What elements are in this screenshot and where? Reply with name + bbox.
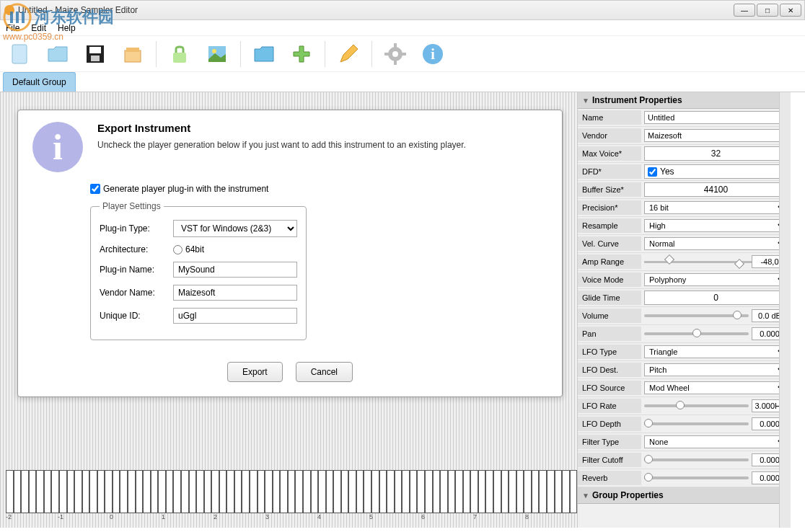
piano-key[interactable] bbox=[356, 470, 364, 513]
piano-key[interactable] bbox=[136, 470, 144, 513]
picture-icon[interactable] bbox=[203, 40, 232, 68]
piano-key[interactable] bbox=[14, 470, 22, 513]
lforate-slider[interactable] bbox=[644, 404, 749, 407]
resample-select[interactable]: High bbox=[644, 219, 788, 232]
piano-key[interactable] bbox=[478, 470, 486, 513]
lfotype-select[interactable]: Triangle bbox=[644, 345, 788, 358]
unique-id-input[interactable] bbox=[173, 308, 297, 324]
lfodepth-slider[interactable] bbox=[644, 422, 749, 425]
piano-key[interactable] bbox=[326, 470, 334, 513]
lfosrc-select[interactable]: Mod Wheel bbox=[644, 381, 788, 394]
piano-key[interactable] bbox=[211, 470, 219, 513]
piano-key[interactable] bbox=[105, 470, 113, 513]
piano-key[interactable] bbox=[485, 470, 493, 513]
piano-key[interactable] bbox=[6, 470, 14, 513]
piano-key[interactable] bbox=[82, 470, 90, 513]
piano-key[interactable] bbox=[295, 470, 303, 513]
buffer-input[interactable]: 44100 bbox=[644, 182, 788, 197]
pencil-icon[interactable] bbox=[334, 40, 363, 68]
piano-key[interactable] bbox=[555, 470, 563, 513]
piano-key[interactable] bbox=[265, 470, 273, 513]
piano-key[interactable] bbox=[97, 470, 105, 513]
piano-key[interactable] bbox=[273, 470, 281, 513]
vendor-input[interactable] bbox=[644, 129, 788, 142]
piano-key[interactable] bbox=[410, 470, 418, 513]
piano-key[interactable] bbox=[288, 470, 296, 513]
filtercutoff-slider[interactable] bbox=[644, 458, 749, 461]
piano-key[interactable] bbox=[516, 470, 524, 513]
folder-blue-icon[interactable] bbox=[250, 40, 278, 68]
piano-key[interactable] bbox=[379, 470, 387, 513]
dfd-checkbox[interactable]: Yes bbox=[644, 164, 788, 179]
instrument-properties-header[interactable]: ▼ Instrument Properties bbox=[578, 92, 791, 109]
piano-key[interactable] bbox=[250, 470, 258, 513]
plugin-name-input[interactable] bbox=[173, 262, 297, 278]
piano-key[interactable] bbox=[234, 470, 242, 513]
lock-icon[interactable] bbox=[165, 40, 194, 68]
piano-key[interactable] bbox=[158, 470, 166, 513]
vendor-name-input[interactable] bbox=[173, 285, 297, 301]
amprange-slider[interactable] bbox=[644, 256, 752, 267]
piano-key[interactable] bbox=[204, 470, 212, 513]
name-input[interactable] bbox=[644, 111, 788, 124]
export-button[interactable]: Export bbox=[227, 362, 283, 382]
piano-key[interactable] bbox=[547, 470, 555, 513]
piano-key[interactable] bbox=[303, 470, 311, 513]
piano-key[interactable] bbox=[348, 470, 356, 513]
piano-key[interactable] bbox=[371, 470, 379, 513]
piano-key[interactable] bbox=[470, 470, 478, 513]
piano-key[interactable] bbox=[448, 470, 456, 513]
piano-key[interactable] bbox=[120, 470, 128, 513]
gear-icon[interactable] bbox=[381, 40, 410, 68]
piano-key[interactable] bbox=[44, 470, 52, 513]
maxvoice-input[interactable]: 32 bbox=[644, 146, 788, 161]
piano-key[interactable] bbox=[532, 470, 540, 513]
piano-key[interactable] bbox=[509, 470, 516, 513]
piano-key[interactable] bbox=[242, 470, 250, 513]
piano-key[interactable] bbox=[51, 470, 59, 513]
piano-key[interactable] bbox=[74, 470, 82, 513]
group-properties-header[interactable]: ▼ Group Properties bbox=[578, 487, 791, 504]
glide-input[interactable]: 0 bbox=[644, 291, 788, 305]
piano-key[interactable] bbox=[387, 470, 395, 513]
piano-key[interactable] bbox=[570, 470, 578, 513]
pan-slider[interactable] bbox=[644, 332, 749, 335]
piano-key[interactable] bbox=[440, 470, 448, 513]
piano-key[interactable] bbox=[417, 470, 425, 513]
piano-key[interactable] bbox=[333, 470, 341, 513]
piano-key[interactable] bbox=[173, 470, 181, 513]
menu-edit[interactable]: Edit bbox=[31, 23, 46, 33]
piano-key[interactable] bbox=[318, 470, 326, 513]
piano-key[interactable] bbox=[151, 470, 159, 513]
menu-file[interactable]: File bbox=[6, 23, 19, 33]
scrollbar[interactable] bbox=[779, 92, 791, 528]
piano-key[interactable] bbox=[463, 470, 471, 513]
piano-key[interactable] bbox=[493, 470, 501, 513]
velcurve-select[interactable]: Normal bbox=[644, 237, 788, 250]
piano-key[interactable] bbox=[36, 470, 44, 513]
new-doc-icon[interactable] bbox=[6, 40, 35, 68]
lfodest-select[interactable]: Pitch bbox=[644, 363, 788, 376]
piano-key[interactable] bbox=[226, 470, 234, 513]
generate-checkbox[interactable] bbox=[90, 184, 100, 194]
voicemode-select[interactable]: Polyphony bbox=[644, 273, 788, 286]
reverb-slider[interactable] bbox=[644, 476, 749, 479]
plus-icon[interactable] bbox=[287, 40, 316, 68]
piano-key[interactable] bbox=[258, 470, 265, 513]
piano-key[interactable] bbox=[181, 470, 189, 513]
piano-key[interactable] bbox=[196, 470, 204, 513]
piano-key[interactable] bbox=[402, 470, 410, 513]
piano-key[interactable] bbox=[562, 470, 570, 513]
maximize-button[interactable]: □ bbox=[757, 4, 778, 17]
piano-key[interactable] bbox=[501, 470, 509, 513]
piano-key[interactable] bbox=[433, 470, 441, 513]
menu-help[interactable]: Help bbox=[58, 23, 76, 33]
cancel-button[interactable]: Cancel bbox=[296, 362, 353, 382]
close-button[interactable]: ✕ bbox=[780, 4, 801, 17]
piano-key[interactable] bbox=[143, 470, 151, 513]
piano-key[interactable] bbox=[166, 470, 174, 513]
piano-key[interactable] bbox=[425, 470, 433, 513]
piano-key[interactable] bbox=[539, 470, 547, 513]
piano-key[interactable] bbox=[89, 470, 97, 513]
plugin-type-select[interactable]: VST for Windows (2&3) bbox=[173, 220, 297, 237]
